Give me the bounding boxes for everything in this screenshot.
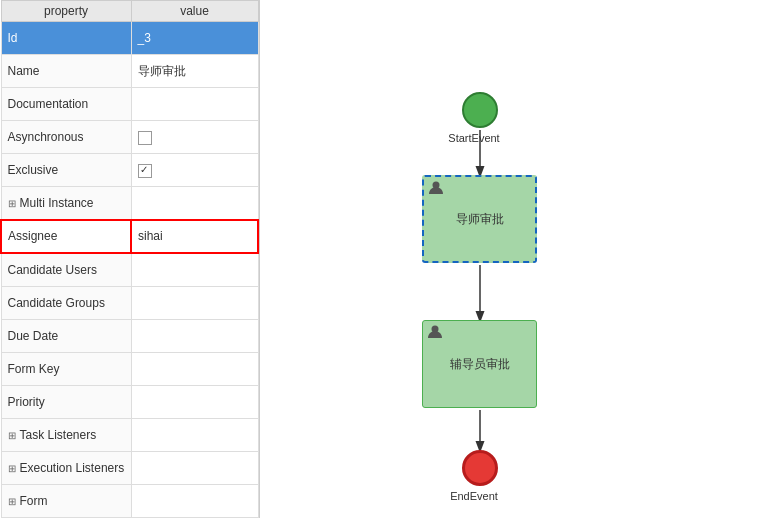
table-row[interactable]: Assigneesihai (1, 220, 258, 253)
property-cell: ⊞Multi Instance (1, 187, 131, 220)
task2-label: 辅导员审批 (450, 356, 510, 373)
value-cell (131, 88, 258, 121)
table-row[interactable]: Form Key (1, 352, 258, 385)
property-cell: Form Key (1, 352, 131, 385)
property-cell: Asynchronous (1, 121, 131, 154)
table-row[interactable]: ⊞Execution Listeners (1, 451, 258, 484)
value-cell: sihai (131, 220, 258, 253)
value-cell (131, 352, 258, 385)
checkbox-unchecked[interactable] (138, 131, 152, 145)
property-table: property value Id_3Name导师审批Documentation… (0, 0, 259, 518)
user-icon-task2 (427, 324, 443, 340)
value-cell: _3 (131, 22, 258, 55)
task1-box[interactable]: 导师审批 (422, 175, 537, 263)
property-cell: Id (1, 22, 131, 55)
table-row[interactable]: Name导师审批 (1, 55, 258, 88)
property-cell: ⊞Task Listeners (1, 418, 131, 451)
property-cell: Candidate Users (1, 253, 131, 286)
value-cell: 导师审批 (131, 55, 258, 88)
property-cell: Documentation (1, 88, 131, 121)
value-cell (131, 121, 258, 154)
value-cell (131, 187, 258, 220)
property-cell: ⊞Form (1, 484, 131, 517)
property-cell: Priority (1, 385, 131, 418)
end-event[interactable] (462, 450, 498, 486)
table-row[interactable]: Id_3 (1, 22, 258, 55)
value-cell (131, 451, 258, 484)
value-cell (131, 385, 258, 418)
property-cell: Due Date (1, 319, 131, 352)
value-cell (131, 484, 258, 517)
end-event-label: EndEvent (444, 490, 504, 502)
task2-box[interactable]: 辅导员审批 (422, 320, 537, 408)
table-row[interactable]: Priority (1, 385, 258, 418)
property-panel: property value Id_3Name导师审批Documentation… (0, 0, 260, 518)
col-value-header: value (131, 1, 258, 22)
task1-label: 导师审批 (456, 211, 504, 228)
table-row[interactable]: ⊞Task Listeners (1, 418, 258, 451)
property-cell: Name (1, 55, 131, 88)
value-cell (131, 418, 258, 451)
checkbox-checked[interactable] (138, 164, 152, 178)
col-property-header: property (1, 1, 131, 22)
table-row[interactable]: Documentation (1, 88, 258, 121)
table-row[interactable]: Candidate Users (1, 253, 258, 286)
value-cell (131, 319, 258, 352)
table-row[interactable]: Candidate Groups (1, 286, 258, 319)
diagram-panel: StartEvent 导师审批 辅导员审批 EndEvent (260, 0, 758, 518)
value-cell (131, 154, 258, 187)
table-row[interactable]: Due Date (1, 319, 258, 352)
value-cell (131, 286, 258, 319)
expand-icon[interactable]: ⊞ (8, 430, 20, 441)
property-cell: ⊞Execution Listeners (1, 451, 131, 484)
property-cell: Candidate Groups (1, 286, 131, 319)
property-cell: Exclusive (1, 154, 131, 187)
expand-icon[interactable]: ⊞ (8, 198, 20, 209)
table-row[interactable]: ⊞Multi Instance (1, 187, 258, 220)
start-event[interactable] (462, 92, 498, 128)
expand-icon[interactable]: ⊞ (8, 463, 20, 474)
diagram-canvas: StartEvent 导师审批 辅导员审批 EndEvent (260, 0, 758, 518)
table-row[interactable]: ⊞Form (1, 484, 258, 517)
table-row[interactable]: Exclusive (1, 154, 258, 187)
value-cell (131, 253, 258, 286)
user-icon-task1 (428, 180, 444, 196)
property-cell: Assignee (1, 220, 131, 253)
expand-icon[interactable]: ⊞ (8, 496, 20, 507)
table-row[interactable]: Asynchronous (1, 121, 258, 154)
start-event-label: StartEvent (444, 132, 504, 144)
